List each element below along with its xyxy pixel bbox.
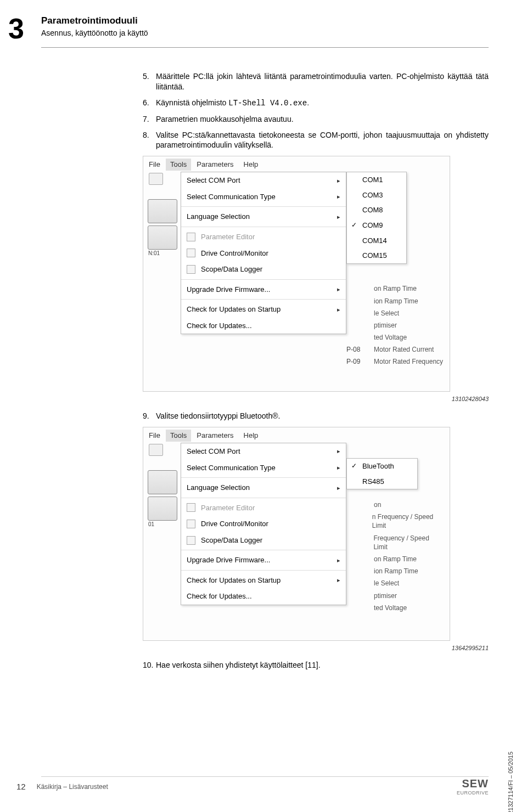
screenshot-bluetooth: File Tools Parameters Help 01 Select COM… bbox=[143, 427, 450, 641]
chevron-right-icon: ▸ bbox=[337, 576, 340, 584]
sm-com9[interactable]: COM9 bbox=[347, 218, 406, 233]
param-list-bg: on Ramp Time ion Ramp Time le Select pti… bbox=[346, 283, 444, 368]
dd-check-updates[interactable]: Check for Updates... bbox=[181, 318, 346, 334]
menu-parameters[interactable]: Parameters bbox=[197, 160, 233, 170]
menu-tools[interactable]: Tools bbox=[166, 430, 191, 442]
footer-text: Käsikirja – Lisävarusteet bbox=[37, 783, 457, 791]
dd-drive-control[interactable]: Drive Control/Monitor bbox=[181, 516, 346, 532]
step-10: 10. Hae verkosta siihen yhdistetyt käytt… bbox=[143, 660, 489, 670]
image-number: 13102428043 bbox=[143, 395, 489, 403]
menu-file[interactable]: File bbox=[149, 431, 160, 441]
device-icon[interactable] bbox=[148, 199, 177, 223]
dd-select-com-port[interactable]: Select COM Port▸ bbox=[181, 172, 346, 189]
menu-file[interactable]: File bbox=[149, 160, 160, 170]
menubar: File Tools Parameters Help bbox=[143, 156, 450, 173]
editor-icon bbox=[187, 503, 195, 512]
dd-scope[interactable]: Scope/Data Logger bbox=[181, 532, 346, 549]
monitor-icon bbox=[187, 249, 195, 257]
toolbar-icon[interactable] bbox=[149, 173, 163, 185]
dd-check-updates-startup[interactable]: Check for Updates on Startup▸ bbox=[181, 301, 346, 318]
monitor-icon bbox=[187, 520, 195, 528]
tools-dropdown: Select COM Port▸ Select Communication Ty… bbox=[181, 443, 346, 605]
device-panel: N:01 bbox=[148, 199, 180, 252]
chevron-right-icon: ▸ bbox=[337, 484, 340, 492]
chevron-right-icon: ▸ bbox=[337, 464, 340, 472]
dd-param-editor: Parameter Editor bbox=[181, 500, 346, 516]
header-rule bbox=[41, 47, 489, 48]
dd-drive-control[interactable]: Drive Control/Monitor bbox=[181, 245, 346, 262]
com-submenu: COM1 COM3 COM8 COM9 COM14 COM15 bbox=[346, 172, 407, 263]
dd-scope[interactable]: Scope/Data Logger bbox=[181, 261, 346, 278]
step-8: 8. Valitse PC:stä/kannettavasta tietokon… bbox=[143, 130, 489, 151]
scope-icon bbox=[187, 536, 195, 545]
device-icon[interactable]: N:01 bbox=[148, 225, 177, 250]
chevron-right-icon: ▸ bbox=[337, 285, 340, 294]
dd-param-editor: Parameter Editor bbox=[181, 229, 346, 245]
dd-check-updates-startup[interactable]: Check for Updates on Startup▸ bbox=[181, 572, 346, 589]
chevron-right-icon: ▸ bbox=[337, 193, 340, 201]
sm-com14[interactable]: COM14 bbox=[347, 233, 406, 249]
sm-rs485[interactable]: RS485 bbox=[347, 474, 417, 489]
sm-com15[interactable]: COM15 bbox=[347, 248, 406, 263]
dd-language[interactable]: Language Selection▸ bbox=[181, 480, 346, 496]
commtype-submenu: BlueTooth RS485 bbox=[346, 458, 418, 489]
toolstrip bbox=[149, 444, 165, 458]
image-number: 13642995211 bbox=[143, 644, 489, 652]
sm-com3[interactable]: COM3 bbox=[347, 188, 406, 203]
chevron-right-icon: ▸ bbox=[337, 213, 340, 221]
sm-com8[interactable]: COM8 bbox=[347, 202, 406, 218]
dd-select-comm-type[interactable]: Select Communication Type▸ bbox=[181, 189, 346, 205]
toolstrip bbox=[149, 173, 165, 187]
header-subtitle: Asennus, käyttöönotto ja käyttö bbox=[41, 29, 148, 37]
menu-help[interactable]: Help bbox=[244, 160, 259, 170]
dd-upgrade-firmware[interactable]: Upgrade Drive Firmware...▸ bbox=[181, 552, 346, 568]
dd-check-updates[interactable]: Check for Updates... bbox=[181, 588, 346, 605]
page-number: 12 bbox=[16, 782, 26, 791]
dd-select-com-port[interactable]: Select COM Port▸ bbox=[181, 443, 346, 460]
step-5: 5. Määrittele PC:llä jokin lähtevä liitä… bbox=[143, 71, 489, 92]
chevron-right-icon: ▸ bbox=[337, 556, 340, 565]
chevron-right-icon: ▸ bbox=[337, 177, 340, 185]
step-9: 9. Valitse tiedonsiirtotyyppi Bluetooth®… bbox=[143, 411, 489, 421]
chapter-number: 3 bbox=[8, 12, 24, 45]
doc-id-sidetext: 21327114/FI – 05/2015 bbox=[507, 752, 514, 812]
screenshot-com-port: File Tools Parameters Help N:01 Select C… bbox=[143, 156, 450, 392]
dd-upgrade-firmware[interactable]: Upgrade Drive Firmware...▸ bbox=[181, 281, 346, 298]
menu-parameters[interactable]: Parameters bbox=[197, 431, 233, 441]
toolbar-icon[interactable] bbox=[149, 444, 163, 456]
step-6: 6. Käynnistä ohjelmisto LT-Shell V4.0.ex… bbox=[143, 98, 489, 109]
step-7: 7. Parametrien muokkausohjelma avautuu. bbox=[143, 114, 489, 125]
dd-language[interactable]: Language Selection▸ bbox=[181, 208, 346, 225]
dd-select-comm-type[interactable]: Select Communication Type▸ bbox=[181, 460, 346, 476]
tools-dropdown: Select COM Port▸ Select Communication Ty… bbox=[181, 172, 346, 334]
menu-help[interactable]: Help bbox=[244, 431, 259, 441]
footer-rule bbox=[41, 776, 489, 777]
param-list-bg: on n Frequency / Speed Limit Frequency /… bbox=[346, 499, 444, 614]
menubar: File Tools Parameters Help bbox=[143, 427, 450, 444]
sm-bluetooth[interactable]: BlueTooth bbox=[347, 459, 417, 474]
device-icon[interactable] bbox=[148, 470, 177, 494]
menu-tools[interactable]: Tools bbox=[166, 159, 191, 171]
header-title: Parametrointimoduuli bbox=[41, 15, 148, 26]
sm-com1[interactable]: COM1 bbox=[347, 172, 406, 188]
sew-logo: SEW EURODRIVE bbox=[457, 777, 489, 796]
device-panel: 01 bbox=[148, 470, 180, 523]
device-icon[interactable]: 01 bbox=[148, 497, 177, 521]
chevron-right-icon: ▸ bbox=[337, 447, 340, 455]
chevron-right-icon: ▸ bbox=[337, 306, 340, 314]
scope-icon bbox=[187, 265, 195, 274]
editor-icon bbox=[187, 233, 195, 241]
